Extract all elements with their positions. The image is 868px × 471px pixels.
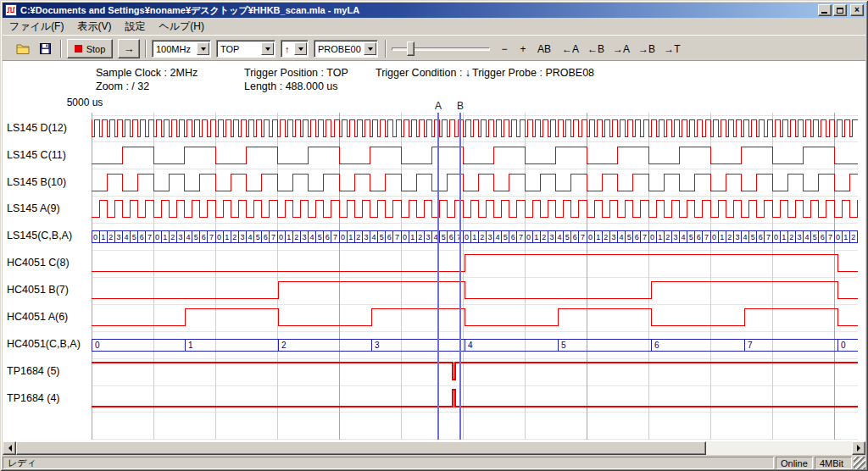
clock-select[interactable]: 100MHz: [152, 40, 211, 58]
horizontal-scrollbar[interactable]: [3, 441, 865, 455]
cursor-a-label[interactable]: A: [433, 100, 443, 112]
title-bar[interactable]: C:¥Documents and Settings¥noname¥デスクトップ¥…: [3, 3, 865, 18]
channel-label[interactable]: HC4051(C,B,A): [7, 338, 81, 350]
trigger-position-select[interactable]: TOP: [216, 40, 275, 58]
maximize-icon: [837, 8, 843, 14]
channel-label[interactable]: HC4051 A(6): [7, 311, 68, 323]
channel-label[interactable]: HC4051 C(8): [7, 257, 70, 269]
info-sample-clock: Sample Clock : 2MHz: [96, 67, 198, 79]
maximize-button[interactable]: [833, 4, 847, 16]
toolbar: Stop → 100MHz TOP ↑ PROBE00 − + AB: [3, 35, 865, 61]
goto-a-left-button[interactable]: ←A: [559, 39, 582, 58]
channel-label[interactable]: LS145(C,B,A): [7, 230, 72, 241]
zoom-out-button[interactable]: −: [496, 39, 513, 58]
probe-select[interactable]: PROBE00: [314, 40, 378, 58]
trigger-edge-value: ↑: [281, 44, 294, 54]
dropdown-arrow-icon[interactable]: [261, 42, 274, 55]
cursor-b-label[interactable]: B: [455, 100, 465, 112]
status-online: Online: [776, 457, 813, 469]
waveform-client-area: [3, 61, 865, 441]
dropdown-arrow-icon[interactable]: [364, 42, 376, 55]
run-arrow-icon: →: [124, 42, 135, 55]
scroll-left-button[interactable]: [3, 441, 16, 455]
info-trigger-condition: Trigger Condition : ↓: [376, 67, 470, 79]
trigger-edge-select[interactable]: ↑: [281, 40, 309, 58]
channel-label-column: LS145 D(12)LS145 C(11)LS145 B(10)LS145 A…: [0, 0, 93, 471]
close-icon: ×: [854, 6, 860, 14]
channel-label[interactable]: HC4051 B(7): [7, 284, 69, 296]
dropdown-arrow-icon[interactable]: [197, 42, 209, 55]
trigger-position-value: TOP: [217, 44, 261, 54]
channel-label[interactable]: LS145 D(12): [7, 122, 67, 134]
goto-b-right-button[interactable]: →B: [635, 39, 659, 58]
scroll-left-icon: [5, 445, 12, 452]
goto-a-right-button[interactable]: →A: [609, 39, 633, 58]
menu-help[interactable]: ヘルプ(H): [152, 18, 211, 36]
channel-label[interactable]: TP1684 (4): [7, 392, 60, 404]
channel-label[interactable]: LS145 C(11): [7, 149, 66, 161]
close-button[interactable]: ×: [850, 4, 864, 16]
channel-label[interactable]: TP1684 (5): [7, 365, 60, 377]
scrollbar-thumb[interactable]: [16, 441, 706, 455]
resize-grip[interactable]: [854, 457, 865, 469]
minimize-button[interactable]: [818, 4, 832, 16]
status-memory: 4MBit: [815, 457, 852, 469]
status-bar: レディ Online 4MBit: [3, 457, 865, 469]
info-zoom: Zoom : / 32: [96, 80, 149, 92]
scroll-right-icon: [857, 445, 864, 452]
clock-select-value: 100MHz: [153, 44, 197, 54]
app-window: C:¥Documents and Settings¥noname¥デスクトップ¥…: [0, 0, 868, 471]
toolbar-separator: [385, 40, 387, 58]
dropdown-arrow-icon[interactable]: [294, 42, 307, 55]
scroll-right-button[interactable]: [852, 441, 865, 455]
window-title: C:¥Documents and Settings¥noname¥デスクトップ¥…: [20, 4, 816, 17]
zoom-slider[interactable]: [392, 39, 490, 58]
goto-trigger-button[interactable]: →T: [660, 39, 684, 58]
menu-settings[interactable]: 設定: [118, 18, 152, 36]
info-trigger-position: Trigger Position : TOP: [244, 67, 348, 79]
channel-label[interactable]: LS145 B(10): [7, 176, 66, 188]
minimize-icon: [821, 12, 827, 14]
goto-b-left-button[interactable]: ←B: [584, 39, 608, 58]
ab-button[interactable]: AB: [533, 39, 555, 58]
info-trigger-probe: Trigger Probe : PROBE08: [472, 67, 594, 79]
slider-thumb[interactable]: [407, 42, 415, 56]
menu-bar: ファイル(F) 表示(V) 設定 ヘルプ(H): [3, 19, 865, 35]
channel-label[interactable]: LS145 A(9): [7, 202, 60, 214]
probe-select-value: PROBE00: [314, 44, 364, 54]
status-message: レディ: [3, 457, 774, 469]
info-length: Length : 488.000 us: [244, 80, 338, 92]
toolbar-separator: [145, 40, 147, 58]
run-button[interactable]: →: [118, 39, 140, 58]
zoom-in-button[interactable]: +: [515, 39, 531, 58]
